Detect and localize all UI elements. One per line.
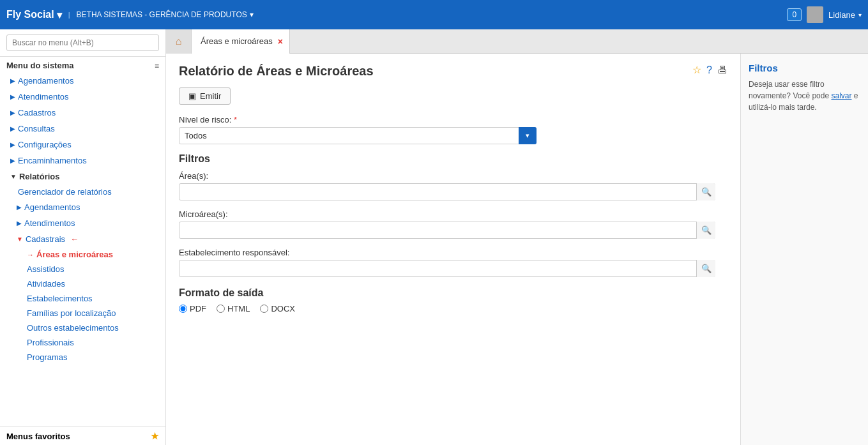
formato-saida-title: Formato de saída [179,287,727,299]
org-name: BETHA SISTEMAS - GERÊNCIA DE PRODUTOS [77,10,247,19]
main-content: Relatório de Áreas e Microáreas ☆ ? 🖶 ▣ … [166,54,740,445]
sidebar-sub-outros-estab[interactable]: Outros estabelecimentos [0,321,165,335]
sidebar-item-cadastros[interactable]: ▶ Cadastros [0,105,165,121]
estabelecimento-search-button[interactable]: 🔍 [696,260,715,277]
sidebar-item-consultas[interactable]: ▶ Consultas [0,121,165,137]
estabelecimento-input-wrapper: 🔍 [179,260,715,277]
microareas-search-button[interactable]: 🔍 [696,222,715,239]
sidebar-sub-familias[interactable]: Famílias por localização [0,306,165,321]
sidebar-sub-profissionais[interactable]: Profissionais [0,335,165,350]
sidebar-sub-estabelecimentos[interactable]: Estabelecimentos [0,291,165,306]
save-filter-link[interactable]: salvar [831,91,851,100]
sidebar-sub-atendimentos[interactable]: ▶ Atendimentos [0,215,165,231]
nivel-risco-label: Nível de risco: * [179,115,727,124]
estabelecimento-section: Estabelecimento responsável: 🔍 [179,248,727,277]
sidebar-item-encaminhamentos[interactable]: ▶ Encaminhamentos [0,153,165,169]
estabelecimento-label: Estabelecimento responsável: [179,248,727,257]
nav-separator: | [68,11,70,19]
nivel-risco-section: Nível de risco: * Todos Baixo Médio Alto… [179,115,727,144]
emit-icon: ▣ [188,91,196,101]
emit-button[interactable]: ▣ Emitir [179,87,231,105]
sidebar-bottom: Menus favoritos ★ [0,426,165,445]
top-nav-right: 0 Lidiane ▾ [787,6,862,23]
user-caret: ▾ [858,11,862,19]
radio-html[interactable]: HTML [217,304,250,313]
radio-docx-label: DOCX [271,304,295,313]
org-menu[interactable]: BETHA SISTEMAS - GERÊNCIA DE PRODUTOS ▾ [77,10,254,19]
nivel-risco-select-wrapper: Todos Baixo Médio Alto ▾ [179,127,537,144]
chevron-right-icon: ▶ [10,109,15,116]
sidebar-item-label: Atendimentos [18,92,69,102]
emit-label: Emitir [200,91,221,101]
sidebar-item-configuracoes[interactable]: ▶ Configurações [0,137,165,153]
microareas-input[interactable] [179,222,715,239]
areas-label: Área(s): [179,171,727,181]
sidebar-item-label: Cadastrais [26,234,65,244]
help-icon[interactable]: ? [706,64,712,76]
sidebar-content: ▶ Agendamentos ▶ Atendimentos ▶ Cadastro… [0,73,165,426]
favoritos-title: Menus favoritos [6,432,70,441]
areas-search-button[interactable]: 🔍 [696,183,715,200]
sidebar-item-agendamentos[interactable]: ▶ Agendamentos [0,73,165,89]
sidebar-item-label: Encaminhamentos [18,156,87,165]
top-nav-left: Fly Social ▾ | BETHA SISTEMAS - GERÊNCIA… [6,9,254,21]
side-panel: Filtros Deseja usar esse filtro novament… [740,54,868,445]
red-arrow-icon: ← [70,234,79,244]
sidebar-sub-programas[interactable]: Programas [0,350,165,365]
sidebar-item-label: Configurações [18,140,72,149]
filtros-title: Filtros [179,153,727,165]
content-header: Relatório de Áreas e Microáreas ☆ ? 🖶 [179,64,727,79]
brand-caret: ▾ [57,9,62,21]
chevron-down-icon: ▼ [17,236,23,243]
brand-name: Fly Social [6,9,54,20]
nivel-risco-select[interactable]: Todos Baixo Médio Alto [179,127,537,144]
sidebar-search-area [0,29,165,57]
radio-pdf-input[interactable] [179,305,187,313]
sidebar-item-atendimentos[interactable]: ▶ Atendimentos [0,89,165,105]
sidebar-item-label: Atendimentos [24,218,75,228]
chevron-right-icon: ▶ [10,93,15,100]
radio-docx[interactable]: DOCX [260,304,295,313]
menu-title: Menu do sistema ≡ [0,57,165,73]
microareas-label: Microárea(s): [179,209,727,219]
sidebar-item-label: Relatórios [19,172,60,181]
tab-areas-microareas[interactable]: Áreas e microáreas × [192,29,290,54]
side-panel-title: Filtros [749,63,860,73]
content-actions: ☆ ? 🖶 [692,64,727,76]
star-icon[interactable]: ★ [151,431,159,441]
formato-saida-section: Formato de saída PDF HTML DOCX [179,287,727,313]
estabelecimento-input[interactable] [179,260,715,277]
sidebar-sub-agendamentos[interactable]: ▶ Agendamentos [0,199,165,215]
sidebar-sub-assistidos[interactable]: Assistidos [0,262,165,276]
favorite-star-icon[interactable]: ☆ [692,64,701,76]
chevron-right-icon: ▶ [10,77,15,84]
side-panel-text: Deseja usar esse filtro novamente? Você … [749,79,860,113]
sidebar-sub-cadastrais[interactable]: ▼ Cadastrais ← [0,231,165,247]
sidebar-sub-gerenciador[interactable]: Gerenciador de relatórios [0,185,165,199]
radio-pdf[interactable]: PDF [179,304,206,313]
chevron-right-icon: ▶ [17,220,22,227]
sidebar-item-relatorios[interactable]: ▼ Relatórios [0,169,165,185]
content-wrapper: Relatório de Áreas e Microáreas ☆ ? 🖶 ▣ … [166,54,868,445]
sidebar-sub-areas-microareas[interactable]: → Áreas e microáreas [0,247,165,262]
sidebar-sub-atividades[interactable]: Atividades [0,276,165,291]
arrow-right-icon: → [27,251,34,259]
menu-icon: ≡ [155,61,159,70]
radio-docx-input[interactable] [260,305,268,313]
brand-logo[interactable]: Fly Social ▾ [6,9,62,21]
search-icon: 🔍 [701,225,712,235]
user-menu[interactable]: Lidiane ▾ [828,10,862,20]
sidebar-item-label: Agendamentos [18,76,73,86]
radio-html-input[interactable] [217,305,225,313]
tab-home[interactable]: ⌂ [166,29,192,54]
main-layout: Menu do sistema ≡ ▶ Agendamentos ▶ Atend… [0,29,868,445]
notification-badge[interactable]: 0 [787,8,802,21]
print-icon[interactable]: 🖶 [717,64,727,76]
chevron-right-icon: ▶ [10,125,15,132]
formato-radio-group: PDF HTML DOCX [179,304,727,313]
search-input[interactable] [6,34,159,51]
top-navigation: Fly Social ▾ | BETHA SISTEMAS - GERÊNCIA… [0,0,868,29]
close-icon[interactable]: × [278,37,283,46]
areas-input[interactable] [179,183,715,200]
areas-section: Área(s): 🔍 [179,171,727,200]
